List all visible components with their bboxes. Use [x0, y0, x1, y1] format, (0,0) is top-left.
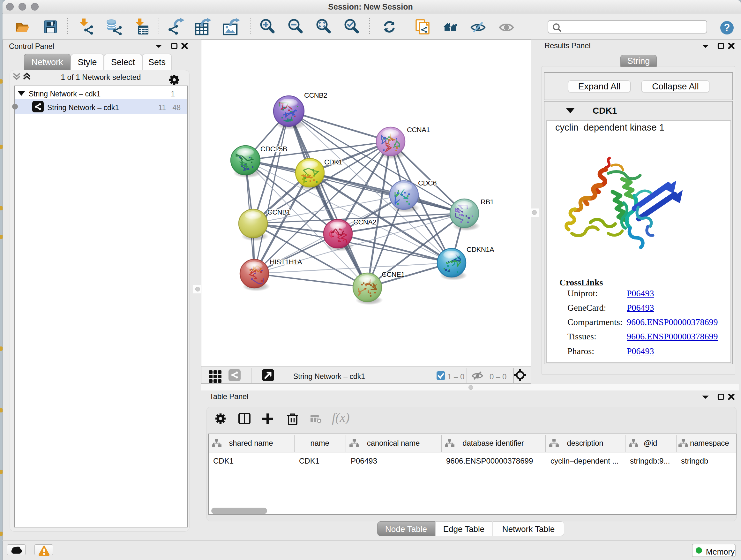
- svg-text:CCNB1: CCNB1: [267, 208, 290, 216]
- svg-text:CDKN1A: CDKN1A: [467, 246, 494, 253]
- svg-text:CCNA1: CCNA1: [407, 126, 430, 134]
- svg-text:CDK1: CDK1: [324, 158, 342, 166]
- svg-text:CDC25B: CDC25B: [260, 145, 287, 153]
- svg-text:CCNE1: CCNE1: [382, 270, 405, 278]
- svg-text:RB1: RB1: [481, 198, 494, 206]
- svg-text:CDC6: CDC6: [418, 179, 436, 187]
- svg-text:CCNB2: CCNB2: [304, 91, 327, 99]
- svg-text:HIST1H1A: HIST1H1A: [270, 258, 302, 266]
- svg-text:CCNA2: CCNA2: [353, 218, 376, 226]
